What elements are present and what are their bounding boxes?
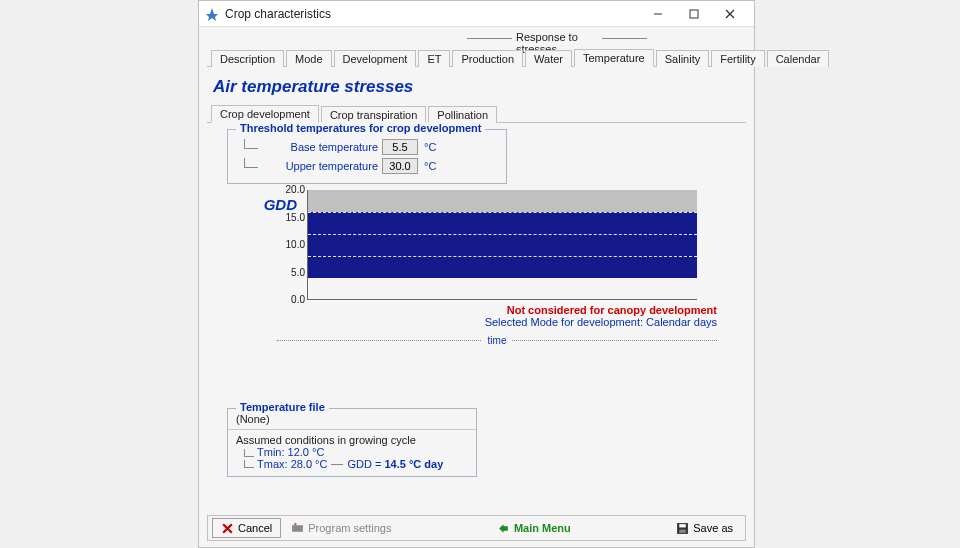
close-button[interactable] bbox=[712, 2, 748, 26]
tempfile-value: (None) bbox=[236, 413, 468, 425]
tab-calendar[interactable]: Calendar bbox=[767, 50, 830, 67]
threshold-legend: Threshold temperatures for crop developm… bbox=[236, 122, 485, 134]
gridline-10 bbox=[308, 234, 697, 235]
time-axis: time bbox=[277, 340, 717, 353]
program-settings-button[interactable]: Program settings bbox=[283, 518, 399, 538]
tab-description[interactable]: Description bbox=[211, 50, 284, 67]
warning-blue: Selected Mode for development: Calendar … bbox=[485, 316, 717, 328]
maximize-button[interactable] bbox=[676, 2, 712, 26]
tmax-row: Tmax: 28.0 °C GDD = 14.5 °C day bbox=[244, 458, 468, 470]
warning-red: Not considered for canopy development bbox=[485, 304, 717, 316]
svg-rect-9 bbox=[680, 524, 687, 527]
gdd-chart: GDD Not considered for canopy developmen… bbox=[227, 190, 746, 360]
cancel-icon bbox=[221, 522, 234, 535]
main-tabs: DescriptionModeDevelopmentETProductionWa… bbox=[207, 47, 746, 67]
upper-temp-unit: °C bbox=[424, 160, 436, 172]
tempfile-legend: Temperature file bbox=[236, 401, 329, 413]
tab-production[interactable]: Production bbox=[452, 50, 523, 67]
ytick-0: 0.0 bbox=[277, 294, 305, 305]
tab-temperature[interactable]: Temperature bbox=[574, 49, 654, 67]
ytick-15: 15.0 bbox=[277, 212, 305, 223]
ytick-20: 20.0 bbox=[277, 184, 305, 195]
save-as-button[interactable]: Save as bbox=[668, 518, 741, 538]
sub-tabs: Crop developmentCrop transpirationPollin… bbox=[207, 103, 746, 123]
base-temp-label: Base temperature bbox=[262, 141, 382, 153]
gridline-5 bbox=[308, 256, 697, 257]
subtab-crop-development[interactable]: Crop development bbox=[211, 105, 319, 123]
main-menu-button[interactable]: Main Menu bbox=[489, 518, 579, 538]
page-title: Air temperature stresses bbox=[213, 77, 746, 97]
main-menu-icon bbox=[497, 522, 510, 535]
assumed-label: Assumed conditions in growing cycle bbox=[236, 434, 468, 446]
save-icon bbox=[676, 522, 689, 535]
chart-warning: Not considered for canopy development Se… bbox=[485, 304, 717, 328]
cancel-button[interactable]: Cancel bbox=[212, 518, 281, 538]
gridline-15 bbox=[308, 212, 697, 213]
response-to-stresses-group: Response to stresses bbox=[467, 31, 647, 45]
band-upper bbox=[308, 190, 697, 212]
tab-fertility[interactable]: Fertility bbox=[711, 50, 764, 67]
threshold-fieldset: Threshold temperatures for crop developm… bbox=[227, 129, 507, 184]
svg-rect-6 bbox=[292, 525, 303, 532]
main-menu-label: Main Menu bbox=[514, 522, 571, 534]
svg-rect-10 bbox=[680, 529, 687, 532]
time-axis-label: time bbox=[482, 335, 513, 346]
program-settings-label: Program settings bbox=[308, 522, 391, 534]
ytick-5: 5.0 bbox=[277, 267, 305, 278]
gdd-result: 14.5 °C day bbox=[384, 458, 443, 470]
plot-area bbox=[307, 190, 697, 300]
titlebar: Crop characteristics bbox=[199, 1, 754, 27]
settings-icon bbox=[291, 522, 304, 535]
base-temp-unit: °C bbox=[424, 141, 436, 153]
app-icon bbox=[205, 7, 219, 21]
band-gdd bbox=[308, 212, 697, 278]
subtab-crop-transpiration[interactable]: Crop transpiration bbox=[321, 106, 426, 123]
window-title: Crop characteristics bbox=[225, 7, 640, 21]
minimize-button[interactable] bbox=[640, 2, 676, 26]
cancel-label: Cancel bbox=[238, 522, 272, 534]
upper-temp-input[interactable]: 30.0 bbox=[382, 158, 418, 174]
upper-temp-label: Upper temperature bbox=[262, 160, 382, 172]
subtab-pollination[interactable]: Pollination bbox=[428, 106, 497, 123]
tmin-row: Tmin: 12.0 °C bbox=[244, 446, 468, 458]
tab-development[interactable]: Development bbox=[334, 50, 417, 67]
bottom-toolbar: Cancel Program settings Main Menu Save a… bbox=[207, 515, 746, 541]
ytick-10: 10.0 bbox=[277, 239, 305, 250]
base-temp-input[interactable]: 5.5 bbox=[382, 139, 418, 155]
tab-salinity[interactable]: Salinity bbox=[656, 50, 709, 67]
tab-water[interactable]: Water bbox=[525, 50, 572, 67]
svg-rect-1 bbox=[690, 10, 698, 18]
tab-et[interactable]: ET bbox=[418, 50, 450, 67]
crop-characteristics-window: Crop characteristics Response to stresse… bbox=[198, 0, 755, 548]
temperature-file-panel: Temperature file (None) Assumed conditio… bbox=[227, 408, 477, 477]
svg-rect-7 bbox=[295, 523, 297, 525]
tab-mode[interactable]: Mode bbox=[286, 50, 332, 67]
save-as-label: Save as bbox=[693, 522, 733, 534]
